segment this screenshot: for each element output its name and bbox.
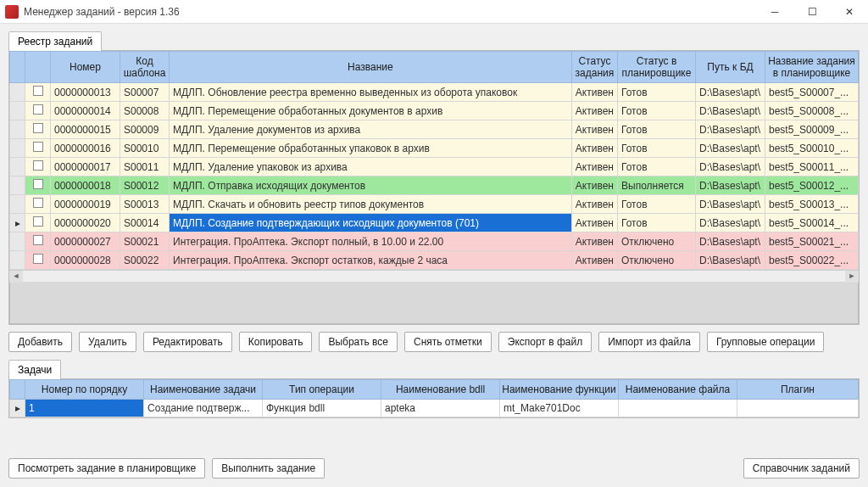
tasks-col-header[interactable]: Наименование задачи (144, 380, 263, 400)
cell[interactable]: best5_S00022_... (765, 251, 859, 270)
table-row[interactable]: 0000000014S00008МДЛП. Перемещение обрабо… (10, 102, 859, 120)
cell[interactable]: D:\Bases\apt\ (696, 214, 765, 232)
registry-col-header[interactable]: Путь к БД (696, 52, 765, 83)
cell[interactable]: Интеграция. ПроАптека. Экспорт полный, в… (170, 232, 572, 251)
cell[interactable]: best5_S00011_... (765, 158, 859, 176)
tasks-col-header[interactable]: Плагин (737, 380, 859, 400)
cell[interactable] (619, 400, 737, 417)
table-row[interactable]: ▸1Создание подтверж...Функция bdllapteka… (10, 400, 859, 417)
cell[interactable]: D:\Bases\apt\ (696, 158, 765, 176)
cell[interactable]: S00007 (120, 83, 170, 102)
table-row[interactable]: 0000000015S00009МДЛП. Удаление документо… (10, 120, 859, 139)
cell[interactable]: Готов (618, 158, 696, 176)
cell[interactable]: 0000000019 (51, 195, 120, 214)
cell[interactable]: 0000000017 (51, 158, 120, 176)
cell[interactable]: D:\Bases\apt\ (696, 195, 765, 214)
row-checkbox[interactable] (33, 216, 43, 227)
cell[interactable]: Отключено (618, 251, 696, 270)
cell[interactable]: Готов (618, 120, 696, 139)
cell[interactable]: Активен (571, 120, 617, 139)
tasks-col-header[interactable]: Тип операции (263, 380, 381, 400)
row-checkbox[interactable] (33, 254, 43, 264)
close-button[interactable]: ✕ (831, 0, 868, 24)
tasks-col-header[interactable] (10, 380, 25, 400)
cell[interactable]: МДЛП. Создание подтверждающих исходящих … (170, 214, 572, 232)
registry-col-header[interactable]: Код шаблона (120, 52, 170, 83)
add-button[interactable]: Добавить (8, 332, 72, 352)
tasks-col-header[interactable]: Наименование bdll (381, 380, 500, 400)
cell[interactable]: S00012 (120, 176, 170, 195)
row-checkbox[interactable] (33, 123, 43, 133)
edit-button[interactable]: Редактировать (143, 332, 232, 352)
cell[interactable]: mt_Make701Doc (500, 400, 619, 417)
delete-button[interactable]: Удалить (79, 332, 136, 352)
cell[interactable]: Готов (618, 83, 696, 102)
cell[interactable]: best5_S00021_... (765, 232, 859, 251)
minimize-button[interactable]: ─ (756, 0, 793, 24)
cell[interactable]: D:\Bases\apt\ (696, 102, 765, 120)
run-task-button[interactable]: Выполнить задание (212, 458, 325, 479)
cell[interactable]: 0000000013 (51, 83, 120, 102)
cell[interactable]: best5_S00009_... (765, 120, 859, 139)
tasks-col-header[interactable]: Наименование файла (619, 380, 737, 400)
select-all-button[interactable]: Выбрать все (319, 332, 398, 352)
cell[interactable]: МДЛП. Отправка исходящих документов (170, 176, 572, 195)
cell[interactable]: 0000000018 (51, 176, 120, 195)
registry-col-header[interactable]: Название задания в планировщике (765, 52, 859, 83)
row-checkbox[interactable] (33, 179, 43, 189)
cell[interactable]: S00014 (120, 214, 170, 232)
cell[interactable]: МДЛП. Скачать и обновить реестр типов до… (170, 195, 572, 214)
table-row[interactable]: 0000000016S00010МДЛП. Перемещение обрабо… (10, 139, 859, 158)
table-row[interactable]: 0000000028S00022Интеграция. ПроАптека. Э… (10, 251, 859, 270)
registry-col-header[interactable]: Номер (51, 52, 120, 83)
cell[interactable]: Активен (571, 83, 617, 102)
row-checkbox[interactable] (33, 198, 43, 208)
cell[interactable]: Создание подтверж... (144, 400, 263, 417)
cell[interactable]: best5_S00007_... (765, 83, 859, 102)
copy-button[interactable]: Копировать (239, 332, 313, 352)
cell[interactable]: D:\Bases\apt\ (696, 139, 765, 158)
cell[interactable]: S00021 (120, 232, 170, 251)
cell[interactable]: Функция bdll (263, 400, 381, 417)
cell[interactable]: Готов (618, 195, 696, 214)
table-row[interactable]: 0000000019S00013МДЛП. Скачать и обновить… (10, 195, 859, 214)
row-checkbox[interactable] (33, 142, 43, 152)
table-row[interactable]: 0000000027S00021Интеграция. ПроАптека. Э… (10, 232, 859, 251)
cell[interactable]: Выполняется (618, 176, 696, 195)
cell[interactable]: best5_S00010_... (765, 139, 859, 158)
cell[interactable]: 0000000027 (51, 232, 120, 251)
cell[interactable]: D:\Bases\apt\ (696, 176, 765, 195)
cell[interactable]: Интеграция. ПроАптека. Экспорт остатков,… (170, 251, 572, 270)
cell[interactable]: Готов (618, 139, 696, 158)
table-row[interactable]: 0000000013S00007МДЛП. Обновление реестра… (10, 83, 859, 102)
cell[interactable]: МДЛП. Обновление реестра временно выведе… (170, 83, 572, 102)
cell[interactable]: S00022 (120, 251, 170, 270)
clear-marks-button[interactable]: Снять отметки (404, 332, 492, 352)
table-row[interactable]: ▸0000000020S00014МДЛП. Создание подтверж… (10, 214, 859, 232)
cell[interactable]: 0000000014 (51, 102, 120, 120)
cell[interactable]: Активен (571, 214, 617, 232)
registry-col-header[interactable]: Статус задания (571, 52, 617, 83)
cell[interactable]: 0000000028 (51, 251, 120, 270)
view-in-scheduler-button[interactable]: Посмотреть задание в планировщике (8, 458, 205, 479)
scroll-right-icon[interactable]: ► (845, 271, 859, 283)
cell[interactable]: S00013 (120, 195, 170, 214)
cell[interactable]: МДЛП. Удаление документов из архива (170, 120, 572, 139)
cell[interactable]: best5_S00008_... (765, 102, 859, 120)
cell[interactable]: Активен (571, 139, 617, 158)
cell[interactable]: S00009 (120, 120, 170, 139)
cell[interactable]: Активен (571, 232, 617, 251)
cell[interactable]: 0000000016 (51, 139, 120, 158)
row-checkbox[interactable] (33, 235, 43, 245)
cell[interactable]: Активен (571, 251, 617, 270)
group-ops-button[interactable]: Групповые операции (707, 332, 825, 352)
cell[interactable]: Активен (571, 195, 617, 214)
cell[interactable]: D:\Bases\apt\ (696, 232, 765, 251)
registry-col-header[interactable]: Статус в планировщике (618, 52, 696, 83)
maximize-button[interactable]: ☐ (793, 0, 831, 24)
cell[interactable]: apteka (381, 400, 500, 417)
tasks-col-header[interactable]: Номер по порядку (25, 380, 144, 400)
cell[interactable]: Активен (571, 102, 617, 120)
cell[interactable]: 1 (25, 400, 144, 417)
cell[interactable]: D:\Bases\apt\ (696, 83, 765, 102)
